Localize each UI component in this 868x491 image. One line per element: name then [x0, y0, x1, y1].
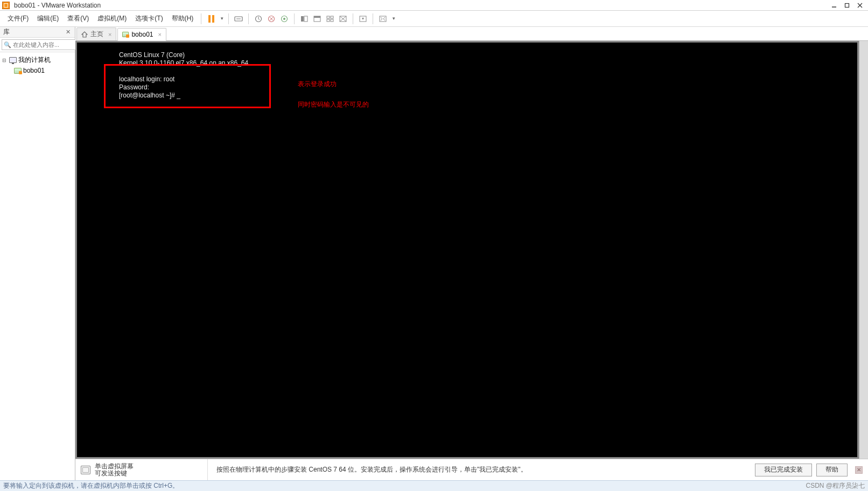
- library-sidebar: 库 ✕ 🔍 ▼ ⊟ 我的计算机 bobo01: [0, 27, 75, 480]
- send-ctrl-alt-del-icon[interactable]: [232, 12, 245, 25]
- maximize-button[interactable]: [841, 1, 853, 10]
- tab-home-label: 主页: [90, 30, 103, 39]
- tab-vm[interactable]: bobo01 ×: [117, 28, 166, 41]
- tree-vm-label: bobo01: [23, 67, 45, 74]
- svg-rect-17: [331, 19, 333, 22]
- tab-vm-label: bobo01: [131, 31, 153, 38]
- svg-rect-13: [314, 16, 320, 18]
- pause-dropdown[interactable]: ▼: [218, 12, 225, 25]
- hint-left: 单击虚拟屏幕 可发送按键: [81, 459, 208, 480]
- console-scrollbar[interactable]: [859, 41, 868, 459]
- svg-rect-11: [304, 16, 307, 22]
- app-icon: [2, 2, 10, 9]
- install-hint-bar: 单击虚拟屏幕 可发送按键 按照在物理计算机中的步骤安装 CentOS 7 64 …: [75, 459, 868, 480]
- menu-edit[interactable]: 编辑(E): [33, 12, 63, 25]
- tab-home[interactable]: 主页 ×: [76, 27, 116, 40]
- tab-bar: 主页 × bobo01 ×: [75, 27, 868, 41]
- menu-tabs[interactable]: 选项卡(T): [131, 12, 167, 25]
- svg-rect-22: [380, 16, 386, 22]
- watermark-text: CSDN @程序员柒七: [806, 481, 865, 490]
- tab-vm-close-icon[interactable]: ×: [158, 31, 161, 38]
- install-done-button[interactable]: 我已完成安装: [755, 464, 812, 476]
- title-bar: bobo01 - VMware Workstation: [0, 0, 868, 11]
- console-wrapper: CentOS Linux 7 (Core) Kernel 3.10.0-1160…: [75, 41, 868, 459]
- stretch-icon[interactable]: [376, 12, 389, 25]
- svg-rect-10: [301, 16, 304, 22]
- library-title: 库: [3, 27, 64, 37]
- main-area: 主页 × bobo01 × CentOS Linux 7 (Core) Kern…: [75, 27, 868, 480]
- menu-view[interactable]: 查看(V): [63, 12, 93, 25]
- library-close-icon[interactable]: ✕: [64, 29, 72, 36]
- library-search-row: 🔍 ▼: [0, 38, 75, 52]
- home-icon: [81, 31, 88, 38]
- menu-help[interactable]: 帮助(H): [167, 12, 198, 25]
- search-icon: 🔍: [4, 41, 11, 48]
- annotation-line2: 同时密码输入是不可见的: [298, 94, 369, 115]
- vm-icon: [14, 68, 22, 74]
- annotation-line1: 表示登录成功: [298, 74, 369, 94]
- close-button[interactable]: [854, 1, 866, 10]
- window-controls: [828, 1, 866, 10]
- annotation-text: 表示登录成功 同时密码输入是不可见的: [298, 74, 369, 115]
- snapshot-manage-icon[interactable]: [278, 12, 291, 25]
- minimize-button[interactable]: [828, 1, 840, 10]
- hint-left-text: 单击虚拟屏幕 可发送按键: [95, 463, 134, 477]
- annotation-highlight-box: [104, 64, 271, 108]
- library-header: 库 ✕: [0, 27, 75, 38]
- keyboard-hint-icon: [81, 466, 90, 474]
- tree-collapse-icon[interactable]: ⊟: [2, 58, 8, 63]
- vm-tab-icon: [122, 32, 129, 37]
- tree-vm-bobo01[interactable]: bobo01: [1, 66, 74, 75]
- hint-main-text: 按照在物理计算机中的步骤安装 CentOS 7 64 位。安装完成后，操作系统会…: [211, 465, 752, 474]
- stretch-dropdown[interactable]: ▼: [389, 12, 397, 25]
- status-bar: 要将输入定向到该虚拟机，请在虚拟机内部单击或按 Ctrl+G。 CSDN @程序…: [0, 480, 868, 491]
- snapshot-take-icon[interactable]: [252, 12, 265, 25]
- menu-file[interactable]: 文件(F): [3, 12, 33, 25]
- computer-icon: [9, 57, 17, 63]
- view-unity-icon[interactable]: [337, 12, 349, 25]
- status-text: 要将输入定向到该虚拟机，请在虚拟机内部单击或按 Ctrl+G。: [3, 481, 179, 490]
- library-tree: ⊟ 我的计算机 bobo01: [0, 52, 75, 480]
- snapshot-revert-icon[interactable]: [265, 12, 278, 25]
- svg-point-9: [283, 18, 285, 20]
- window-title: bobo01 - VMware Workstation: [14, 2, 101, 9]
- fullscreen-icon[interactable]: [356, 12, 369, 25]
- install-help-button[interactable]: 帮助: [816, 464, 848, 476]
- view-console-icon[interactable]: [311, 12, 324, 25]
- hint-close-icon[interactable]: ✕: [855, 466, 863, 474]
- svg-rect-14: [327, 16, 330, 18]
- view-single-icon[interactable]: [298, 12, 311, 25]
- vm-console[interactable]: CentOS Linux 7 (Core) Kernel 3.10.0-1160…: [77, 43, 857, 457]
- svg-rect-16: [327, 19, 330, 22]
- pause-button[interactable]: [205, 12, 218, 25]
- tab-home-close-icon[interactable]: ×: [108, 31, 111, 38]
- menu-bar: 文件(F) 编辑(E) 查看(V) 虚拟机(M) 选项卡(T) 帮助(H) ▼ …: [0, 11, 868, 27]
- tree-root-my-computer[interactable]: ⊟ 我的计算机: [1, 54, 74, 66]
- svg-rect-1: [845, 3, 849, 7]
- view-thumbnail-icon[interactable]: [324, 12, 337, 25]
- svg-rect-15: [331, 16, 333, 18]
- tree-root-label: 我的计算机: [18, 55, 51, 65]
- menu-vm[interactable]: 虚拟机(M): [93, 12, 131, 25]
